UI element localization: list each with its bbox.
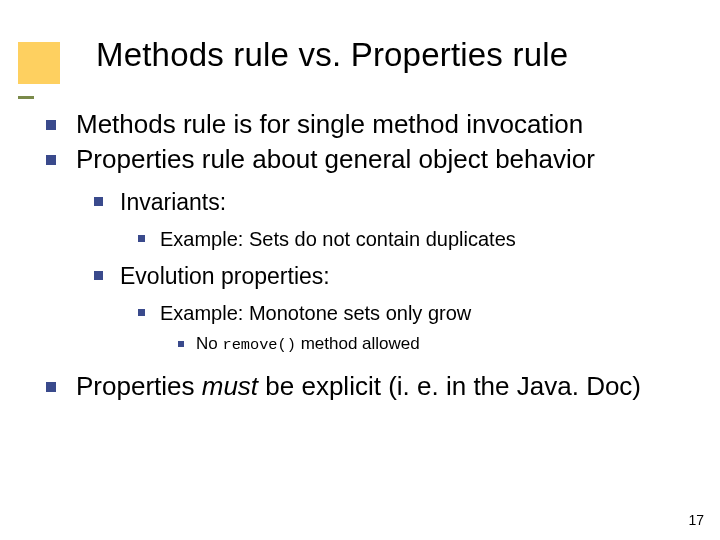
bullet-l1: Properties rule about general object beh… <box>46 143 696 355</box>
bullet-l2: Evolution properties: Example: Monotone … <box>94 261 696 356</box>
bullet-text-post: be explicit (i. e. in the Java. Doc) <box>258 371 641 401</box>
code-text: remove() <box>222 336 295 354</box>
bullet-l2: Invariants: Example: Sets do not contain… <box>94 187 696 253</box>
bullet-text: Invariants: <box>120 189 226 215</box>
bullet-text: Example: Monotone sets only grow <box>160 302 471 324</box>
page-number: 17 <box>688 512 704 528</box>
bullet-list-level3: Example: Monotone sets only grow No remo… <box>138 300 696 356</box>
bullet-text-pre: No <box>196 334 222 353</box>
bullet-text-em: must <box>202 371 258 401</box>
slide: Methods rule vs. Properties rule Methods… <box>0 0 720 540</box>
bullet-l4: No remove() method allowed <box>178 333 696 356</box>
bullet-list-level3: Example: Sets do not contain duplicates <box>138 226 696 253</box>
slide-title: Methods rule vs. Properties rule <box>96 36 568 74</box>
bullet-text: Evolution properties: <box>120 263 330 289</box>
bullet-list-level2: Invariants: Example: Sets do not contain… <box>94 187 696 356</box>
bullet-text-post: method allowed <box>296 334 420 353</box>
slide-body: Methods rule is for single method invoca… <box>46 108 696 405</box>
bullet-list-level4: No remove() method allowed <box>178 333 696 356</box>
accent-line-icon <box>18 96 34 99</box>
bullet-text-pre: Properties <box>76 371 202 401</box>
accent-square-icon <box>18 42 60 84</box>
bullet-text: Example: Sets do not contain duplicates <box>160 228 516 250</box>
bullet-text: Properties rule about general object beh… <box>76 144 595 174</box>
bullet-l1: Properties must be explicit (i. e. in th… <box>46 370 696 403</box>
bullet-text: Methods rule is for single method invoca… <box>76 109 583 139</box>
bullet-l3: Example: Monotone sets only grow No remo… <box>138 300 696 356</box>
bullet-l3: Example: Sets do not contain duplicates <box>138 226 696 253</box>
bullet-l1: Methods rule is for single method invoca… <box>46 108 696 141</box>
bullet-list-level1: Methods rule is for single method invoca… <box>46 108 696 403</box>
